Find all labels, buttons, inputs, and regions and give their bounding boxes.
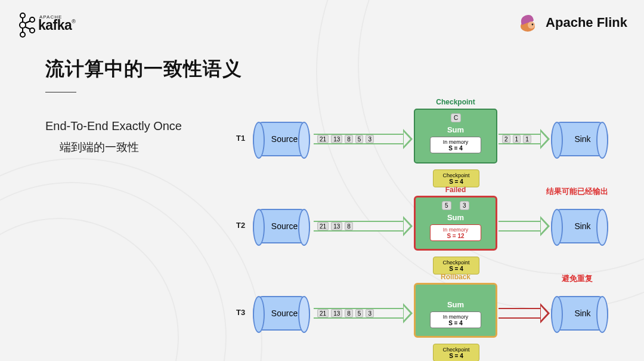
flink-text: Apache Flink — [546, 15, 627, 30]
t2-arrow-out — [499, 216, 550, 236]
t3-label: T3 — [236, 308, 245, 317]
subtitle-en: End-To-End Exactly Once — [45, 119, 182, 133]
title-rule — [45, 92, 76, 92]
t1-arrow-out: 2 1 1 — [499, 129, 550, 149]
t2-operator-failed: Failed 5 3 Sum In memory S = 12 — [414, 196, 497, 251]
svg-point-2 — [20, 32, 25, 37]
row-t2: T2 Source 21 13 8 Failed 5 3 Sum In memo… — [236, 187, 630, 274]
row-t1: T1 Source 21 13 8 5 3 Checkpoint C Sum I… — [236, 100, 630, 187]
t3-checkpoint: Checkpoint S = 4 — [433, 344, 479, 361]
t1-sink: Sink — [551, 122, 608, 156]
svg-point-1 — [20, 22, 26, 28]
t1-chip: C — [451, 113, 461, 122]
t3-arrow-in: 21 13 8 5 3 — [314, 303, 413, 323]
t2-chip-2: 3 — [460, 201, 469, 210]
t1-in-nums: 21 13 8 5 3 — [317, 135, 402, 143]
diagram: T1 Source 21 13 8 5 3 Checkpoint C Sum I… — [236, 100, 630, 361]
page-title: 流计算中的一致性语义 — [45, 56, 242, 82]
t2-source: Source — [253, 209, 310, 243]
t3-source: Source — [253, 296, 310, 331]
kafka-apache-label: APACHE — [39, 14, 62, 20]
svg-line-7 — [25, 21, 30, 23]
t1-operator: Checkpoint C Sum In memory S = 4 — [414, 109, 497, 163]
t2-chip-1: 5 — [442, 201, 451, 210]
flink-logo: Apache Flink — [518, 12, 627, 33]
t1-header: Checkpoint — [415, 98, 496, 106]
kafka-tm: ® — [72, 18, 76, 24]
t3-header: Rollback — [416, 273, 496, 281]
squirrel-icon — [518, 12, 540, 33]
t2-sum-label: Sum — [416, 213, 496, 222]
t1-arrow-in: 21 13 8 5 3 — [314, 129, 413, 149]
svg-point-0 — [20, 13, 25, 18]
svg-point-10 — [528, 21, 535, 29]
t3-note: 避免重复 — [562, 273, 593, 284]
t2-label: T2 — [236, 221, 245, 230]
svg-point-11 — [532, 24, 534, 26]
t1-source: Source — [253, 122, 310, 156]
subtitle-cn: 端到端的一致性 — [60, 140, 139, 155]
t1-sum-label: Sum — [415, 125, 496, 134]
row-t3: T3 Source 21 13 8 5 3 Rollback Sum In me… — [236, 274, 630, 361]
t2-arrow-in: 21 13 8 — [314, 216, 413, 236]
t1-mem: In memory S = 4 — [430, 137, 481, 153]
t2-header: Failed — [416, 186, 496, 194]
t3-mem: In memory S = 4 — [430, 311, 481, 328]
t2-checkpoint: Checkpoint S = 4 — [433, 257, 479, 274]
t2-sink: Sink — [551, 209, 608, 243]
svg-line-8 — [25, 27, 30, 29]
t3-sink: Sink — [551, 296, 608, 331]
t3-operator-rollback: Rollback Sum In memory S = 4 — [414, 283, 497, 338]
t1-label: T1 — [236, 134, 245, 143]
t1-checkpoint: Checkpoint S = 4 — [433, 169, 479, 187]
t3-sum-label: Sum — [416, 300, 496, 309]
t2-note: 结果可能已经输出 — [546, 186, 608, 197]
t2-mem: In memory S = 12 — [430, 224, 481, 241]
t3-arrow-out — [499, 303, 550, 323]
kafka-logo: APACHE kafka ® — [17, 12, 76, 38]
